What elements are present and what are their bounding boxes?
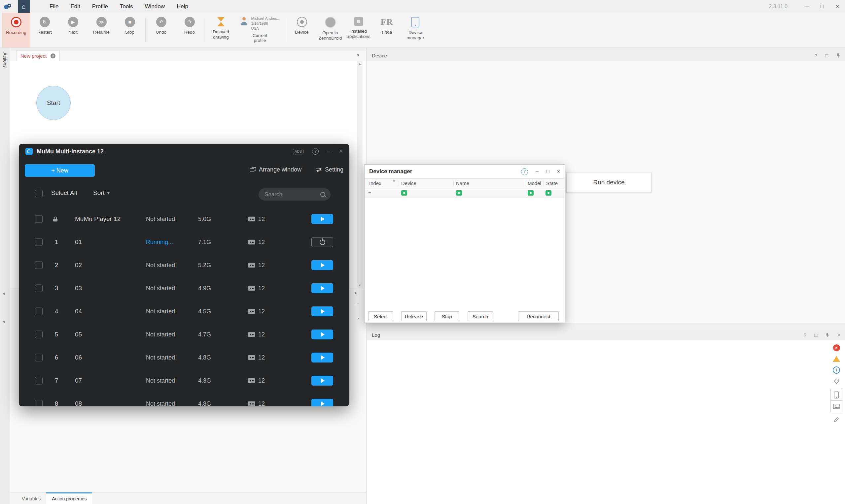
select-all-checkbox[interactable]	[35, 190, 42, 197]
next-button[interactable]: Next	[59, 13, 87, 48]
close-icon[interactable]	[557, 168, 560, 175]
menu-item-edit[interactable]: Edit	[70, 3, 80, 10]
select-all-label[interactable]: Select All	[51, 189, 77, 197]
splitter-handle-icon[interactable]	[355, 301, 359, 305]
maximize-icon[interactable]	[814, 332, 817, 338]
instance-checkbox[interactable]	[35, 377, 42, 384]
adb-icon[interactable]: ADB	[293, 149, 304, 155]
minimize-icon[interactable]	[327, 148, 330, 155]
menu-item-file[interactable]: File	[50, 3, 58, 10]
help-icon[interactable]	[312, 148, 318, 155]
window-minimize-button[interactable]	[799, 0, 815, 13]
arrange-window-button[interactable]: Arrange window	[250, 166, 301, 173]
reconnect-button[interactable]: Reconnect	[518, 311, 559, 321]
instance-row[interactable]: 6 06 Not started 4.8G 12	[19, 346, 349, 369]
start-instance-button[interactable]	[311, 260, 333, 270]
image-view-toggle-button[interactable]	[831, 400, 842, 412]
instance-row[interactable]: 8 08 Not started 4.8G 12	[19, 392, 349, 407]
tab-variables[interactable]: Variables	[16, 492, 46, 504]
instance-row[interactable]: 3 03 Not started 4.9G 12	[19, 277, 349, 300]
collapse-right-icon[interactable]	[354, 291, 358, 295]
start-instance-button[interactable]	[311, 399, 333, 407]
device-button[interactable]: Device	[288, 13, 316, 48]
collapse-left-icon[interactable]	[2, 319, 6, 324]
column-model[interactable]: Model	[528, 180, 541, 186]
start-instance-button[interactable]	[311, 306, 333, 316]
device-table-row[interactable]: =	[365, 188, 565, 198]
column-state[interactable]: State	[546, 180, 558, 186]
sort-dropdown[interactable]: Sort	[93, 189, 110, 197]
open-in-zennodroid-button[interactable]: Open in ZennoDroid	[316, 13, 344, 48]
instance-row[interactable]: 5 05 Not started 4.7G 12	[19, 323, 349, 346]
release-button[interactable]: Release	[401, 311, 427, 321]
scroll-up-icon[interactable]	[357, 61, 363, 66]
instance-row[interactable]: 1 01 Running... 7.1G 12	[19, 231, 349, 254]
undo-button[interactable]: Undo	[147, 13, 175, 48]
start-instance-button[interactable]	[311, 283, 333, 293]
maximize-icon[interactable]	[546, 168, 550, 175]
sort-icon[interactable]	[393, 180, 395, 183]
menu-item-tools[interactable]: Tools	[120, 3, 133, 10]
start-instance-button[interactable]	[311, 376, 333, 385]
stop-instance-button[interactable]	[311, 237, 333, 247]
device-manager-titlebar[interactable]: Device manager	[365, 165, 565, 178]
tab-new-project[interactable]: New project	[16, 51, 60, 61]
close-icon[interactable]	[339, 148, 343, 155]
frida-button[interactable]: FR Frida	[373, 13, 401, 48]
menu-item-profile[interactable]: Profile	[92, 3, 108, 10]
tab-close-icon[interactable]	[51, 53, 55, 58]
info-filter-icon[interactable]	[833, 366, 840, 374]
redo-button[interactable]: Redo	[175, 13, 204, 48]
tab-action-properties[interactable]: Action properties	[46, 492, 92, 504]
instance-checkbox[interactable]	[35, 238, 42, 246]
column-name[interactable]: Name	[456, 180, 469, 186]
actions-panel-tab[interactable]: Actions	[2, 52, 7, 68]
panel-close-icon[interactable]	[357, 316, 360, 321]
tab-list-dropdown-icon[interactable]	[357, 52, 359, 58]
installed-applications-button[interactable]: Installed applications	[344, 13, 373, 48]
instance-checkbox[interactable]	[35, 308, 42, 315]
error-filter-icon[interactable]	[833, 344, 840, 351]
window-maximize-button[interactable]	[815, 0, 830, 13]
device-manager-button[interactable]: Device manager	[401, 13, 430, 48]
new-instance-button[interactable]: + New	[25, 164, 95, 177]
window-close-button[interactable]	[830, 0, 845, 13]
start-instance-button[interactable]	[311, 214, 333, 224]
resume-button[interactable]: Resume	[87, 13, 116, 48]
pin-icon[interactable]	[836, 53, 840, 58]
instance-row[interactable]: 2 02 Not started 5.2G 12	[19, 254, 349, 277]
canvas-vertical-scrollbar[interactable]	[357, 61, 363, 288]
device-view-toggle-button[interactable]	[831, 389, 842, 400]
mumu-titlebar[interactable]: MuMu Multi-instance 12 ADB	[19, 144, 349, 159]
recording-button[interactable]: Recording	[2, 13, 30, 48]
help-icon[interactable]	[521, 168, 528, 175]
maximize-icon[interactable]	[825, 53, 828, 58]
instance-checkbox[interactable]	[35, 400, 42, 407]
instance-checkbox[interactable]	[35, 262, 42, 269]
menu-item-window[interactable]: Window	[145, 3, 165, 10]
stop-button[interactable]: Stop	[116, 13, 144, 48]
run-device-button[interactable]: Run device	[566, 172, 652, 193]
instance-row[interactable]: 7 07 Not started 4.3G 12	[19, 369, 349, 392]
restart-button[interactable]: Restart	[30, 13, 59, 48]
instance-row[interactable]: MuMu Player 12 Not started 5.0G 12	[19, 208, 349, 231]
menu-item-help[interactable]: Help	[177, 3, 188, 10]
instance-checkbox[interactable]	[35, 354, 42, 361]
search-input[interactable]	[264, 191, 320, 198]
collapse-left-icon[interactable]	[2, 291, 6, 296]
tag-icon[interactable]	[833, 378, 839, 384]
instance-row[interactable]: 4 04 Not started 4.5G 12	[19, 300, 349, 323]
close-icon[interactable]	[838, 332, 840, 338]
column-index[interactable]: Index	[369, 180, 381, 186]
stop-button[interactable]: Stop	[434, 311, 459, 321]
instance-checkbox[interactable]	[35, 331, 42, 338]
warning-filter-icon[interactable]	[833, 356, 840, 362]
help-icon[interactable]	[804, 332, 806, 338]
search-button[interactable]: Search	[468, 311, 493, 321]
start-instance-button[interactable]	[311, 353, 333, 362]
current-profile-button[interactable]: Michael Anders... 1/16/1986 USA Current …	[235, 13, 284, 48]
column-device[interactable]: Device	[401, 180, 416, 186]
search-box[interactable]	[259, 188, 330, 200]
help-icon[interactable]	[815, 53, 817, 58]
scroll-down-icon[interactable]	[357, 282, 363, 288]
